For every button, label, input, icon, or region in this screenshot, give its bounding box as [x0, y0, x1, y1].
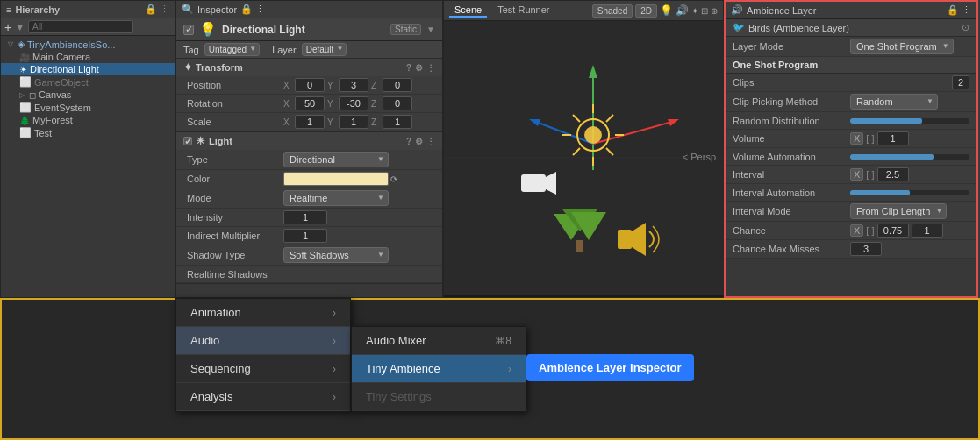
volume-auto-bar [850, 154, 969, 160]
object-name: Directional Light [222, 24, 385, 36]
shading-dropdown[interactable]: Shaded [592, 4, 633, 18]
scale-x-val[interactable]: 1 [295, 115, 325, 129]
menu-animation[interactable]: Animation › [176, 299, 350, 327]
light-header[interactable]: ✓ ☀ Light ? ⚙ ⋮ [176, 132, 442, 150]
layer-mode-dropdown[interactable]: One Shot Program [850, 39, 954, 54]
sound-toggle[interactable]: 🔊 [676, 4, 689, 17]
active-checkbox[interactable]: ✓ [183, 25, 194, 35]
audio-arrow: › [333, 335, 336, 347]
pos-z-val[interactable]: 0 [383, 78, 412, 92]
lock-icon[interactable]: 🔒 [145, 4, 157, 15]
transform-header[interactable]: ✦ Transform ? ⚙ ⋮ [176, 59, 442, 76]
svg-rect-25 [618, 230, 632, 249]
submenu-tiny-ambience[interactable]: Tiny Ambience › [352, 355, 526, 383]
color-swatch[interactable] [283, 172, 389, 186]
clips-row: Clips 2 [726, 74, 976, 92]
submenu-audio-mixer[interactable]: Audio Mixer ⌘8 [352, 327, 526, 355]
intensity-value[interactable]: 1 [283, 210, 327, 224]
grid-icon[interactable]: ⊞ [701, 6, 708, 16]
chance-num1[interactable]: 0.75 [877, 224, 909, 238]
chance-max-value[interactable]: 3 [850, 242, 882, 256]
hier-canvas[interactable]: ▷ ◻ Canvas [1, 89, 175, 101]
hierarchy-actions: 🔒 ⋮ [145, 4, 169, 15]
position-row: Position X 0 Y 3 Z 0 [176, 76, 442, 95]
volume-row: Volume X [ ] 1 [726, 130, 976, 148]
hier-gameobject[interactable]: ⬜ GameObject [1, 75, 175, 89]
layer-dropdown[interactable]: Default [302, 43, 347, 56]
hier-test[interactable]: ⬜ Test [1, 126, 175, 139]
chance-num2[interactable]: 1 [912, 224, 943, 238]
ambience-layer-inspector-container: Ambience Layer Inspector [526, 354, 694, 381]
light-settings-icon[interactable]: ⚙ [415, 137, 423, 146]
shadow-dropdown[interactable]: Soft Shadows [283, 247, 389, 263]
ambience-menu-icon[interactable]: ⋮ [962, 4, 971, 15]
rot-x-val[interactable]: 50 [295, 96, 325, 110]
search-input[interactable] [28, 20, 133, 33]
layer-label: Layer [272, 45, 297, 55]
rot-z-val[interactable]: 0 [383, 96, 412, 110]
indirect-label: Indirect Multiplier [187, 231, 283, 241]
tab-scene[interactable]: Scene [449, 4, 487, 18]
volume-auto-row: Volume Automation [726, 148, 976, 166]
light-icon: ☀ [19, 65, 27, 75]
interval-num[interactable]: 2.5 [877, 167, 909, 181]
object-3d-icon: 💡 [199, 21, 217, 38]
interval-auto-fill [850, 190, 910, 195]
lock-inspector-icon[interactable]: 🔒 [240, 4, 253, 14]
color-picker-icon[interactable]: ⟳ [390, 174, 397, 184]
rot-y-val[interactable]: -30 [339, 96, 368, 110]
menu-audio[interactable]: Audio › [176, 327, 350, 355]
clip-picking-dropdown[interactable]: Random [850, 94, 938, 110]
hier-eventsystem[interactable]: ⬜ EventSystem [1, 101, 175, 114]
type-dropdown[interactable]: Directional [283, 152, 389, 167]
hier-directional-light[interactable]: ☀ Directional Light [1, 63, 175, 75]
light-enable-checkbox[interactable]: ✓ [183, 137, 192, 145]
tag-dropdown[interactable]: Untagged [204, 43, 260, 56]
add-button[interactable]: + [4, 21, 11, 33]
menu-sequencing[interactable]: Sequencing › [176, 355, 350, 383]
position-label: Position [187, 80, 283, 90]
mode-dropdown[interactable]: Realtime [283, 190, 389, 206]
submenu-tiny-settings[interactable]: Tiny Settings [352, 383, 526, 411]
static-dropdown-icon[interactable]: ▼ [426, 25, 435, 34]
tab-test-runner[interactable]: Test Runner [492, 4, 554, 18]
menu-analysis[interactable]: Analysis › [176, 383, 350, 411]
transform-menu-icon[interactable]: ⋮ [426, 63, 435, 73]
scale-z-val[interactable]: 1 [383, 115, 412, 129]
transform-icon: ✦ [183, 61, 192, 74]
chance-x-btn[interactable]: X [850, 224, 863, 237]
pos-x-val[interactable]: 0 [295, 78, 325, 92]
light-menu-icon[interactable]: ⋮ [426, 137, 435, 146]
ambience-object-name: 🐦 Birds (Ambience Layer) ⊙ [726, 19, 976, 37]
volume-x-btn[interactable]: X [850, 132, 863, 145]
main-menu-overlay: Animation › Audio › Sequencing › Analysi… [175, 298, 351, 412]
type-label: Type [187, 154, 283, 165]
audio-mixer-shortcut: ⌘8 [495, 335, 511, 347]
interval-x-btn[interactable]: X [850, 168, 863, 181]
scale-y-val[interactable]: 1 [339, 115, 368, 129]
shadow-row: Shadow Type Soft Shadows [176, 245, 442, 266]
volume-num[interactable]: 1 [877, 131, 909, 145]
2d-button[interactable]: 2D [635, 4, 657, 18]
interval-mode-dropdown[interactable]: From Clip Length [850, 203, 947, 219]
transform-settings-icon[interactable]: ⚙ [415, 63, 423, 73]
gizmo-icon[interactable]: ⊕ [711, 6, 718, 16]
inspector-menu-icon[interactable]: ⋮ [255, 4, 265, 14]
ambience-lock-icon[interactable]: 🔒 [947, 4, 959, 15]
light-help-icon[interactable]: ? [406, 137, 411, 146]
hier-main-camera[interactable]: 🎥 Main Camera [1, 51, 175, 63]
hier-root[interactable]: ▽ ◈ TinyAmbienceIsSo... [1, 38, 175, 51]
pos-y-val[interactable]: 3 [339, 78, 368, 92]
obj-settings-icon[interactable]: ⊙ [962, 22, 969, 33]
ambience-layer-inspector-button[interactable]: Ambience Layer Inspector [526, 354, 694, 381]
indirect-value[interactable]: 1 [283, 229, 327, 243]
hierarchy-title: Hierarchy [15, 4, 141, 15]
hierarchy-header: ≡ Hierarchy 🔒 ⋮ [1, 1, 175, 18]
transform-help-icon[interactable]: ? [406, 63, 411, 73]
menu-icon[interactable]: ⋮ [160, 4, 169, 15]
hier-myforest[interactable]: 🌲 MyForest [1, 114, 175, 126]
scene-toolbar: Scene Test Runner Shaded 2D 💡 🔊 ✦ ⊞ ⊕ [444, 1, 723, 21]
light-toggle[interactable]: 💡 [660, 4, 673, 17]
fx-icon[interactable]: ✦ [691, 6, 698, 16]
light-comp-icon: ☀ [196, 135, 205, 147]
